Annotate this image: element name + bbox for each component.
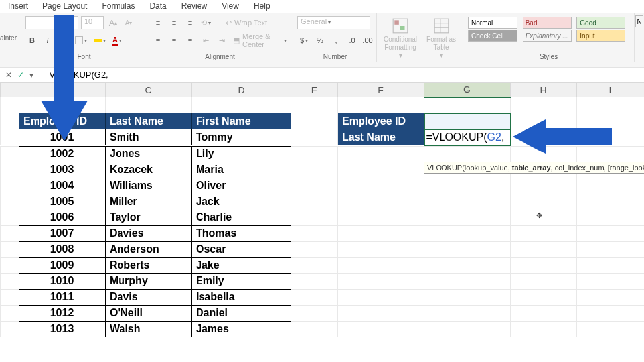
lookup-header-last-name[interactable]: Last Name [338,129,424,145]
cell-last[interactable]: Davis [106,289,192,305]
col-header-f[interactable]: F [338,83,424,97]
table-row: 1010 Murphy Emily [1,273,645,289]
style-explanatory[interactable]: Explanatory ... [523,30,572,42]
increase-font-icon[interactable]: A▴ [106,16,120,29]
decrease-font-icon[interactable]: A▾ [122,16,135,29]
cell-id[interactable]: 1005 [19,194,106,210]
number-panel-label: Number [297,53,372,60]
cell-first[interactable]: Emily [192,273,291,289]
cell-first[interactable]: Oliver [192,178,291,194]
cell-last[interactable]: Walsh [106,321,192,337]
cell-id[interactable]: 1002 [19,146,106,162]
style-bad[interactable]: Bad [523,17,572,29]
tab-data[interactable]: Data [143,0,173,13]
cell-last[interactable]: Taylor [106,210,192,225]
cell-last[interactable]: Miller [106,194,192,210]
header-first-name[interactable]: First Name [192,113,291,129]
increase-indent-icon[interactable]: ⇥ [215,34,228,47]
align-center-icon[interactable]: ≡ [167,34,181,47]
tab-review[interactable]: Review [175,0,214,13]
cell-first[interactable]: Lily [192,146,291,162]
font-color-button[interactable]: A [110,34,123,47]
cell-last[interactable]: Kozacek [106,162,192,178]
alignment-panel: ≡ ≡ ≡ ⟲ ↩Wrap Text ≡ ≡ ≡ ⇤ ⇥ ⬒Merge & Ce… [147,13,293,62]
merge-center-button[interactable]: ⬒Merge & Center [231,34,289,47]
select-all-corner[interactable] [1,83,19,97]
comma-button[interactable]: , [329,34,343,47]
cell-id[interactable]: 1004 [19,178,106,194]
tab-formulas[interactable]: Formulas [95,0,141,13]
table-styles-bridge: ConditionalFormatting▾ Format asTable▾ [377,13,463,62]
tab-page-layout[interactable]: Page Layout [36,0,94,13]
number-format-select[interactable]: General [297,16,370,29]
increase-decimal-icon[interactable]: .0 [345,34,359,47]
cell-first[interactable]: Maria [192,162,291,178]
cell-first[interactable]: Oscar [192,241,291,257]
align-right-icon[interactable]: ≡ [183,34,197,47]
format-as-table-button[interactable]: Format asTable▾ [424,17,459,60]
style-normal[interactable]: Normal [468,17,517,29]
cell-last[interactable]: Williams [106,178,192,194]
header-last-name[interactable]: Last Name [106,113,192,129]
cell-id[interactable]: 1007 [19,225,106,241]
cell-id[interactable]: 1006 [19,210,106,225]
col-header-g[interactable]: G [424,83,511,97]
formula-dropdown-icon[interactable]: ▾ [29,70,33,80]
tab-insert[interactable]: Insert [1,0,35,13]
formula-edit-cell[interactable]: =VLOOKUP(G2, [424,129,511,145]
align-top-icon[interactable]: ≡ [151,16,165,29]
cell-last[interactable]: Murphy [106,273,192,289]
col-header-i[interactable]: I [577,83,645,97]
col-header-c[interactable]: C [106,83,192,97]
styles-panel: Normal Bad Good Check Cell Explanatory .… [463,13,635,62]
conditional-formatting-button[interactable]: ConditionalFormatting▾ [381,17,420,60]
style-good[interactable]: Good [576,17,625,29]
cell-id[interactable]: 1011 [19,289,106,305]
currency-button[interactable]: $ [297,34,311,47]
formula-cancel-icon[interactable]: ✕ [5,70,12,80]
format-as-table-icon [433,17,450,34]
cell-last[interactable]: Jones [106,146,192,162]
col-header-e[interactable]: E [291,83,338,97]
tab-view[interactable]: View [215,0,246,13]
lookup-header-employee-id[interactable]: Employee ID [338,113,424,129]
wrap-text-button[interactable]: ↩Wrap Text [224,16,278,29]
formula-confirm-icon[interactable]: ✓ [17,70,24,80]
cell-id[interactable]: 1003 [19,162,106,178]
cell-last[interactable]: Anderson [106,241,192,257]
decrease-indent-icon[interactable]: ⇤ [199,34,212,47]
style-n-partial[interactable]: N [635,15,643,27]
table-row[interactable]: Tommy [192,129,291,145]
style-check-cell[interactable]: Check Cell [468,30,517,42]
style-input[interactable]: Input [576,30,625,42]
orientation-icon[interactable]: ⟲ [199,16,213,29]
cell-id[interactable]: 1010 [19,273,106,289]
cell-first[interactable]: Daniel [192,305,291,321]
cell-id[interactable]: 1013 [19,321,106,337]
cell-first[interactable]: Jake [192,257,291,273]
cell-id[interactable]: 1008 [19,241,106,257]
cell-last[interactable]: Roberts [106,257,192,273]
cell-last[interactable]: Davies [106,225,192,241]
cell-last[interactable]: O'Neill [106,305,192,321]
align-left-icon[interactable]: ≡ [151,34,165,47]
bold-button[interactable]: B [25,34,39,47]
col-header-h[interactable]: H [511,83,577,97]
cell-id[interactable]: 1009 [19,257,106,273]
align-bottom-icon[interactable]: ≡ [183,16,197,29]
table-row[interactable]: Smith [106,129,192,145]
tab-help[interactable]: Help [247,0,277,13]
lookup-value-cell[interactable] [424,113,511,129]
align-middle-icon[interactable]: ≡ [167,16,181,29]
cell-first[interactable]: James [192,321,291,337]
table-row: 1007 Davies Thomas [1,225,645,241]
cell-first[interactable]: Isabella [192,289,291,305]
fill-color-button[interactable] [92,34,108,47]
cell-first[interactable]: Thomas [192,225,291,241]
decrease-decimal-icon[interactable]: .00 [361,34,374,47]
cell-id[interactable]: 1012 [19,305,106,321]
col-header-d[interactable]: D [192,83,291,97]
cell-first[interactable]: Charlie [192,210,291,225]
percent-button[interactable]: % [313,34,327,47]
cell-first[interactable]: Jack [192,194,291,210]
